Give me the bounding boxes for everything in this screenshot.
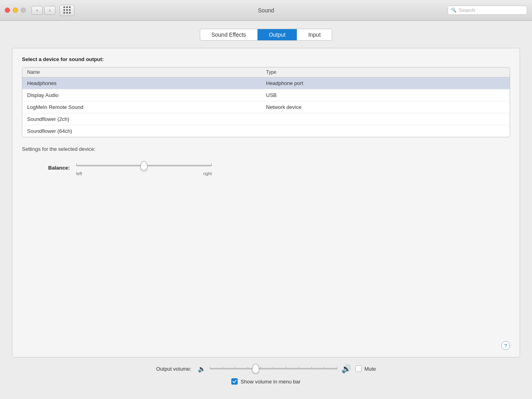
table-header: Name Type xyxy=(22,67,510,77)
balance-right-label: right xyxy=(203,171,212,176)
output-volume-label: Output volume: xyxy=(156,366,191,372)
device-name: Display Audio xyxy=(27,92,266,98)
grid-button[interactable] xyxy=(59,5,75,16)
mute-label: Mute xyxy=(365,366,376,372)
balance-slider-container[interactable]: left right xyxy=(76,159,212,176)
table-row[interactable]: Soundflower (64ch) xyxy=(22,125,510,137)
table-row[interactable]: Soundflower (2ch) xyxy=(22,113,510,125)
main-content: Sound Effects Output Input Select a devi… xyxy=(0,21,532,399)
search-icon: 🔍 xyxy=(451,8,457,13)
back-button[interactable]: ‹ xyxy=(32,6,43,15)
table-row[interactable]: Display Audio USB xyxy=(22,89,510,101)
speaker-low-icon: 🔈 xyxy=(198,365,206,373)
volume-thumb[interactable] xyxy=(252,364,259,373)
help-button[interactable]: ? xyxy=(501,341,510,350)
device-type xyxy=(266,128,505,134)
mute-group: Mute xyxy=(355,365,376,372)
col-header-name: Name xyxy=(27,69,266,75)
minimize-button[interactable] xyxy=(13,8,18,13)
grid-icon xyxy=(63,6,71,14)
device-name: Headphones xyxy=(27,80,266,86)
tabs-container: Sound Effects Output Input xyxy=(12,29,520,41)
device-name: Soundflower (2ch) xyxy=(27,116,266,122)
maximize-button[interactable] xyxy=(21,8,26,13)
balance-left-label: left xyxy=(76,171,82,176)
traffic-lights xyxy=(5,8,26,13)
show-menubar-checkbox[interactable] xyxy=(231,378,238,385)
search-bar[interactable]: 🔍 Search xyxy=(447,6,527,15)
tabs: Sound Effects Output Input xyxy=(200,29,332,41)
device-name: LogMeIn Remote Sound xyxy=(27,104,266,110)
device-type: Network device xyxy=(266,104,505,110)
nav-buttons: ‹ › xyxy=(32,6,55,15)
mute-checkbox[interactable] xyxy=(355,365,362,372)
close-button[interactable] xyxy=(5,8,10,13)
volume-track xyxy=(210,368,337,369)
tab-output[interactable]: Output xyxy=(258,29,297,40)
search-placeholder: Search xyxy=(459,7,475,13)
table-row[interactable]: Headphones Headphone port xyxy=(22,77,510,89)
output-panel: Select a device for sound output: Name T… xyxy=(12,48,520,358)
menubar-label: Show volume in menu bar xyxy=(240,379,300,385)
panel-title: Select a device for sound output: xyxy=(22,56,510,62)
speaker-high-icon: 🔊 xyxy=(341,364,351,373)
window-title: Sound xyxy=(258,7,274,14)
volume-slider[interactable] xyxy=(210,363,337,374)
forward-button[interactable]: › xyxy=(44,6,55,15)
help-row: ? xyxy=(22,341,510,350)
device-type: Headphone port xyxy=(266,80,505,86)
titlebar: ‹ › Sound 🔍 Search xyxy=(0,0,532,21)
balance-thumb[interactable] xyxy=(140,161,148,171)
tab-input[interactable]: Input xyxy=(297,29,332,40)
menubar-row: Show volume in menu bar xyxy=(231,378,300,385)
checkmark-icon xyxy=(233,380,236,383)
device-type: USB xyxy=(266,92,505,98)
bottom-bar: Output volume: 🔈 xyxy=(12,358,520,391)
device-name: Soundflower (64ch) xyxy=(27,128,266,134)
device-type xyxy=(266,116,505,122)
device-table: Name Type Headphones Headphone port Disp… xyxy=(22,67,510,137)
volume-row: Output volume: 🔈 xyxy=(156,363,376,374)
col-header-type: Type xyxy=(266,69,505,75)
tab-sound-effects[interactable]: Sound Effects xyxy=(200,29,258,40)
balance-label: Balance: xyxy=(38,165,70,171)
settings-label: Settings for the selected device: xyxy=(22,146,510,152)
balance-row: Balance: left right xyxy=(22,159,510,176)
table-body[interactable]: Headphones Headphone port Display Audio … xyxy=(22,77,510,137)
table-row[interactable]: LogMeIn Remote Sound Network device xyxy=(22,101,510,113)
